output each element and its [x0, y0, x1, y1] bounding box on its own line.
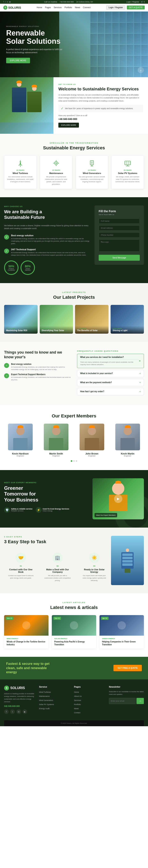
solar-cell: [97, 33, 105, 44]
login-link[interactable]: Login / Register: [126, 1, 139, 3]
form-card: Fill the Form Get In Touch With Us Send …: [94, 206, 144, 265]
nav-news[interactable]: News: [75, 6, 80, 9]
about-explore-button[interactable]: EXPLORE MORE: [58, 123, 79, 128]
nav-contact[interactable]: Connect: [83, 6, 90, 9]
team-grid: Kevin Hardison Engineer Martin Smith Eng…: [4, 424, 144, 457]
twitter-icon[interactable]: t: [5, 1, 6, 3]
faq-item-3[interactable]: How fast I got my order? +: [77, 388, 144, 395]
navbar: S SOLURIS Home Pages Services Portfolio …: [0, 4, 148, 11]
experience-text: We have 50+ years of experience in power…: [65, 107, 133, 110]
phone-field[interactable]: [99, 232, 140, 238]
footer-newsletter-title: Newsletter: [109, 686, 144, 688]
solar-cell: [90, 33, 97, 44]
team-dot-0[interactable]: [71, 460, 72, 462]
faq-question-0: What you services do I need for installa…: [80, 356, 139, 358]
footer-pages-link-4[interactable]: News: [74, 708, 79, 710]
footer-pages-link-1[interactable]: About Us: [74, 695, 82, 697]
footer-twitter-icon[interactable]: t: [10, 709, 15, 714]
social-icons[interactable]: f t in ▶: [3, 1, 11, 3]
footer-grid: S SOLURIS Soluris is a leading provider …: [4, 686, 144, 720]
get-quote-button[interactable]: GET FREE A QUOTE: [114, 665, 142, 671]
footer-service-link-0[interactable]: Wind Turbines: [39, 691, 51, 693]
footer-service-link-1[interactable]: Maintenance: [39, 695, 50, 697]
email-field[interactable]: [99, 225, 140, 231]
faq-feature-2-desc: At Sustainable Energy Solutions, we unde…: [11, 376, 71, 381]
contact-form: Fill the Form Get In Touch With Us Send …: [94, 206, 144, 265]
send-message-button[interactable]: Send Message: [99, 255, 140, 261]
team-dot-2[interactable]: [76, 460, 77, 462]
cta-right: ▶ Meet Our Expert Members: [92, 478, 144, 519]
faq-item-2[interactable]: What are the payment methods? +: [77, 379, 144, 386]
newsletter-submit-button[interactable]: →: [137, 698, 144, 704]
footer-pages-link-2[interactable]: Services: [74, 699, 81, 702]
full-name-input[interactable]: [99, 218, 140, 224]
news-card-1[interactable]: Mar 20 SOLAR ENERGY Powering Asia Pacifi…: [52, 615, 96, 649]
project-card-2[interactable]: FEATURED The Benefits of Solar: [75, 305, 109, 334]
nav-pages[interactable]: Pages: [45, 6, 51, 9]
footer-service-link-4[interactable]: Energy Audit: [39, 708, 50, 710]
step-icon-1: 🏢: [52, 553, 63, 563]
project-card-1[interactable]: FEATURED Diversifying Your Solar: [40, 305, 73, 334]
login-button[interactable]: Login / Register: [106, 5, 125, 10]
faq-chevron-2: +: [139, 381, 141, 384]
team-dot-1[interactable]: [73, 460, 75, 462]
team-card-0: Kevin Hardison Engineer: [4, 424, 37, 457]
news-card-2[interactable]: Apr 02 GREEN ENERGY Helping Companies in…: [99, 615, 144, 649]
hero-scroll-icon[interactable]: ⌄: [138, 67, 144, 73]
footer-service-link-2[interactable]: Wind Generators: [39, 699, 53, 702]
facebook-icon[interactable]: f: [3, 1, 4, 3]
footer-pages-link-3[interactable]: Portfolio: [74, 704, 81, 706]
faq-feature-2-content: Expert Technical Support Members At Sust…: [11, 373, 71, 381]
footer-pages-link-0[interactable]: Home: [74, 691, 79, 693]
message-input[interactable]: [99, 239, 140, 252]
phone-input[interactable]: [99, 232, 140, 238]
full-name-field[interactable]: [99, 218, 140, 224]
nav-home[interactable]: Home: [37, 6, 42, 9]
projects-label: ProjectsCompleted: [8, 268, 15, 271]
nav-services[interactable]: Services: [54, 6, 61, 9]
team-name-2: John Brown: [76, 453, 108, 455]
why-description: We believe we can create a cleaner, brig…: [4, 224, 90, 230]
nav-portfolio[interactable]: Portfolio: [64, 6, 72, 9]
news-date-2: Apr 02: [101, 617, 109, 620]
cta-feature-0-desc: Reliable services: [11, 510, 32, 512]
team-name-0: Kevin Hardison: [4, 453, 37, 455]
youtube-icon[interactable]: ▶: [9, 1, 11, 3]
solar-cell: [90, 11, 97, 22]
team-photo-1: [44, 424, 68, 450]
news-card-0[interactable]: Mar 15 WIND ENERGY Winds of Change in th…: [4, 615, 49, 649]
faq-item-0[interactable]: What you services do I need for installa…: [77, 354, 144, 368]
footer-social[interactable]: f t in ▶: [4, 709, 35, 714]
newsletter-input[interactable]: [109, 698, 136, 704]
project-overlay-0: FEATURED Maximizing Solar ROI: [4, 326, 38, 334]
svg-point-29: [126, 549, 129, 552]
footer-pages-link-5[interactable]: Contact: [74, 712, 80, 714]
footer-service-title: Service: [39, 686, 70, 688]
faq-feature-1-desc: At Sustainable Energy Solutions, we unde…: [11, 366, 71, 371]
linkedin-icon[interactable]: in: [7, 1, 8, 3]
bottom-cta-line1: Fastest & secure way to get: [6, 662, 50, 665]
project-card-0[interactable]: FEATURED Maximizing Solar ROI: [4, 305, 38, 334]
footer-youtube-icon[interactable]: ▶: [23, 709, 27, 714]
team-carousel-dots[interactable]: [4, 460, 144, 462]
project-card-3[interactable]: FEATURED Shining a Light: [111, 305, 144, 334]
hero-explore-button[interactable]: EXPLORE MORE: [6, 58, 30, 63]
solar-cell: [126, 56, 134, 66]
footer-facebook-icon[interactable]: f: [4, 709, 9, 714]
solar-cell: [134, 33, 141, 44]
quote-button[interactable]: GET A QUOTE: [127, 5, 145, 9]
faq-item-1[interactable]: What is included in your service? +: [77, 370, 144, 377]
faq-question-3: How fast I got my order?: [80, 390, 104, 393]
service-name-3: Solar PV Systems: [114, 172, 141, 175]
svg-rect-28: [122, 563, 132, 566]
message-field[interactable]: [99, 239, 140, 252]
footer-service-link-3[interactable]: Solar PV Systems: [39, 704, 54, 706]
faq-right: FREQUENTLY ASKED QUESTIONS What you serv…: [77, 350, 144, 397]
email-input[interactable]: [99, 225, 140, 231]
checkmark-icon-2: ✓: [4, 249, 9, 253]
why-title: We are Building aSustainable Future: [4, 209, 90, 220]
cart-icon[interactable]: 🛒 0: [141, 1, 145, 3]
play-button[interactable]: ▶: [114, 495, 122, 503]
solar-cell: [134, 56, 141, 66]
footer-linkedin-icon[interactable]: in: [17, 709, 21, 714]
